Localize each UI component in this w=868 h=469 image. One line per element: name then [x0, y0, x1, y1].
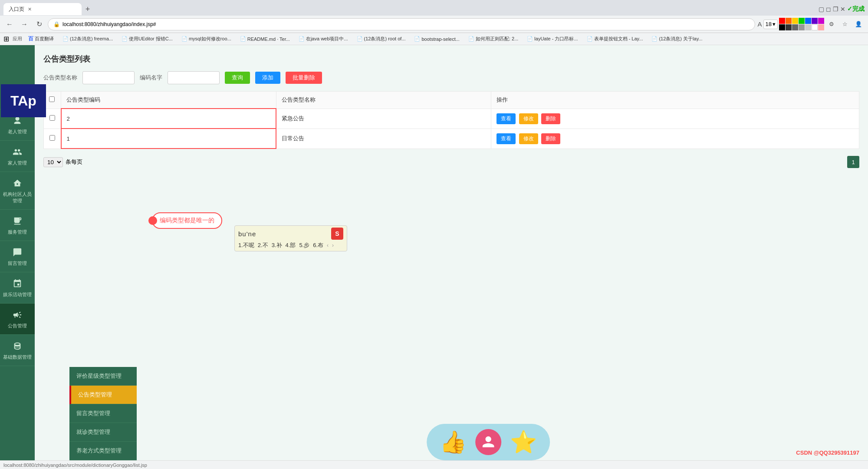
table-header-name: 公告类型名称	[276, 92, 491, 109]
sidebar-item-org[interactable]: 机构社区人员管理	[0, 172, 35, 210]
baidu-icon: 百	[28, 35, 33, 43]
bookmark-label: (12条消息) 关于lay...	[659, 36, 702, 42]
bookmark-4[interactable]: 📄 README.md · Ter...	[237, 35, 293, 43]
per-page-label: 条每页	[66, 158, 82, 166]
tab-close-btn[interactable]: ✕	[28, 7, 32, 12]
apps-icon[interactable]: ⊞	[3, 35, 9, 43]
bookmark-9[interactable]: 📄 layUate - 力口昂标...	[524, 35, 580, 43]
bottom-decoration: 👍 ⭐	[427, 424, 550, 460]
bookmark-5[interactable]: 📄 在java web项目中...	[296, 35, 351, 43]
message-icon	[11, 246, 23, 258]
select-all-checkbox[interactable]	[49, 96, 55, 102]
database-icon	[11, 340, 23, 352]
new-tab-btn[interactable]: +	[82, 3, 94, 15]
bookmark-11[interactable]: 📄 (12条消息) 关于lay...	[649, 35, 705, 43]
tooltip-bubble: 编码类型都是唯一的	[152, 212, 222, 229]
sidebar-item-database[interactable]: 基础数据管理	[0, 335, 35, 366]
per-page: 10 20 50 条每页	[43, 157, 82, 167]
window-close-icon[interactable]: ✕	[840, 6, 845, 13]
ime-candidate-5[interactable]: 5.步	[299, 241, 309, 249]
submenu-item-medical[interactable]: 就诊类型管理	[69, 423, 137, 442]
profile-icon[interactable]: 👤	[852, 18, 865, 30]
submenu-item-message-type[interactable]: 留言类型管理	[69, 404, 137, 423]
ime-input-row: bu'ne S	[238, 228, 343, 240]
sidebar-label: 留言管理	[8, 260, 27, 267]
bookmark-6[interactable]: 📄 (12条消息) root of...	[354, 35, 408, 43]
bookmark-label: 使用UEditor 报错C...	[129, 36, 173, 42]
sidebar-label: 服务管理	[8, 229, 27, 235]
page-content: 公告类型列表 公告类型名称 编码名字 查询 添加 批量删除	[35, 45, 868, 460]
sidebar-item-family[interactable]: 家人管理	[0, 141, 35, 172]
row-name-cell: 日常公告	[276, 129, 491, 149]
sidebar-label: 基础数据管理	[3, 354, 32, 360]
ime-candidate-2[interactable]: 2.不	[258, 241, 268, 249]
submenu-item-care-type[interactable]: 养老方式类型管理	[69, 442, 137, 460]
page-number-btn[interactable]: 1	[847, 156, 859, 168]
sidebar-item-announce[interactable]: 公告管理	[0, 304, 35, 335]
bookmark-label: (12条消息) root of...	[364, 36, 406, 42]
ime-candidate-6[interactable]: 6.布	[313, 241, 323, 249]
delete-btn[interactable]: 删除	[541, 113, 560, 124]
bookmark-2[interactable]: 📄 使用UEditor 报错C...	[119, 35, 175, 43]
search-btn[interactable]: 查询	[225, 72, 250, 84]
font-size-selector[interactable]: 18 ▾	[763, 20, 778, 29]
bookmark-label: mysql如何修改roo...	[189, 36, 231, 42]
delete-btn[interactable]: 删除	[541, 133, 560, 144]
sidebar-item-message[interactable]: 留言管理	[0, 241, 35, 272]
row-checkbox[interactable]	[49, 115, 55, 121]
table-header-action: 操作	[491, 92, 859, 109]
ime-candidate-3[interactable]: 3.补	[272, 241, 282, 249]
color-palette	[779, 18, 824, 30]
ime-candidate-1[interactable]: 1.不呢	[238, 241, 254, 249]
bookmark-8[interactable]: 📄 如何用正则匹配: 2...	[466, 35, 521, 43]
per-page-select[interactable]: 10 20 50	[43, 157, 63, 167]
reload-btn[interactable]: ↻	[33, 18, 45, 30]
bookmark-label: layUate - 力口昂标...	[534, 36, 578, 42]
filter-input-name[interactable]	[82, 71, 135, 84]
view-btn[interactable]: 查看	[496, 113, 516, 124]
maximize-icon[interactable]: ◻	[826, 6, 831, 13]
ime-candidate-4[interactable]: 4.部	[286, 241, 296, 249]
back-btn[interactable]: ←	[3, 18, 16, 30]
sidebar-item-activity[interactable]: 娱乐活动管理	[0, 272, 35, 304]
ime-prev-icon[interactable]: ‹	[327, 242, 329, 248]
edit-btn[interactable]: 修改	[519, 133, 538, 144]
row-name-cell: 紧急公告	[276, 109, 491, 129]
submenu-item-rating[interactable]: 评价星级类型管理	[69, 367, 137, 386]
bookmark-label: README.md · Ter...	[247, 36, 290, 42]
ime-next-icon[interactable]: ›	[332, 242, 334, 248]
forward-btn[interactable]: →	[18, 18, 30, 30]
add-btn[interactable]: 添加	[255, 72, 280, 84]
bk1-icon: 📄	[62, 36, 69, 42]
bk4-icon: 📄	[240, 36, 246, 42]
bookmark-baidu[interactable]: 百 百度翻译	[26, 34, 56, 43]
tap-icon: TAp	[1, 84, 46, 117]
table-header-checkbox	[44, 92, 61, 109]
browser-tab[interactable]: 入口页 ✕	[3, 3, 82, 15]
font-size-dropdown-icon[interactable]: ▾	[773, 21, 776, 27]
deco-container: 👍 ⭐	[427, 424, 550, 460]
bookmark-3[interactable]: 📄 mysql如何修改roo...	[179, 35, 234, 43]
done-icon[interactable]: ✓完成	[847, 5, 865, 13]
filter-input-code[interactable]	[168, 71, 220, 84]
bookmark-10[interactable]: 📄 表单提按钮文档 - Lay...	[584, 35, 646, 43]
bk2-icon: 📄	[122, 36, 128, 42]
sidebar-item-service[interactable]: 服务管理	[0, 210, 35, 241]
row-checkbox[interactable]	[49, 135, 55, 141]
address-bar[interactable]: 🔒 localhost:8080/zhihuiyangdao/index.jsp…	[48, 18, 755, 30]
settings-icon[interactable]: ⚙	[825, 18, 838, 30]
view-btn[interactable]: 查看	[496, 133, 516, 144]
announce-icon	[11, 309, 23, 321]
bookmark-7[interactable]: 📄 bootstrap-select...	[411, 35, 462, 43]
bookmark-1[interactable]: 📄 (12条消息) freema...	[60, 35, 115, 43]
minimize-icon[interactable]: ▢	[819, 6, 824, 13]
bookmarks-bar: ⊞ 应用 百 百度翻译 📄 (12条消息) freema... 📄 使用UEdi…	[0, 33, 868, 45]
bookmark-star-icon[interactable]: ☆	[839, 18, 851, 30]
restore-icon[interactable]: ❐	[833, 6, 838, 13]
edit-btn[interactable]: 修改	[519, 113, 538, 124]
submenu-item-announcement[interactable]: 公告类型管理	[69, 386, 137, 404]
batch-delete-btn[interactable]: 批量删除	[286, 72, 322, 84]
tooltip-text: 编码类型都是唯一的	[160, 217, 214, 224]
main-content: 公告类型列表 公告类型名称 编码名字 查询 添加 批量删除	[35, 45, 868, 460]
bookmark-label: bootstrap-select...	[421, 36, 459, 42]
